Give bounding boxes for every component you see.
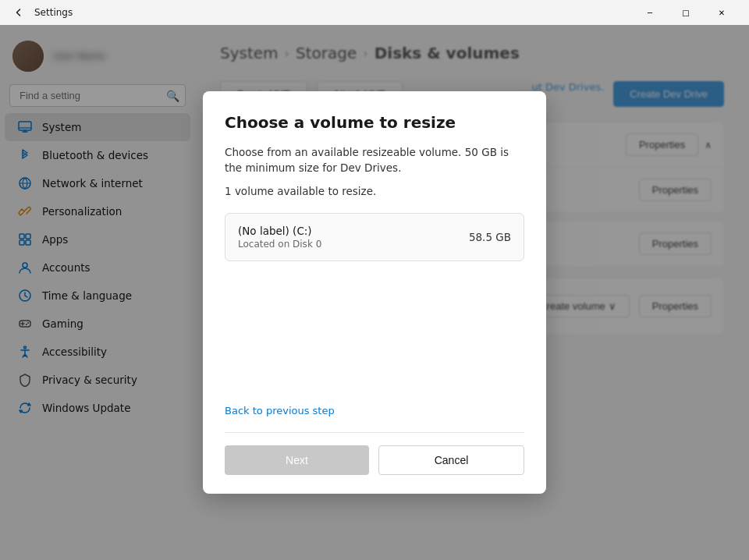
modal-divider	[225, 432, 524, 433]
modal-volume-count: 1 volume available to resize.	[225, 185, 524, 197]
window-controls: ─ □ ✕	[632, 0, 740, 25]
back-button[interactable]	[9, 3, 28, 22]
modal-dialog: Choose a volume to resize Choose from an…	[203, 91, 546, 494]
maximize-button[interactable]: □	[668, 0, 704, 25]
modal-description: Choose from an available resizeable volu…	[225, 144, 524, 176]
close-button[interactable]: ✕	[704, 0, 740, 25]
volume-list-item[interactable]: (No label) (C:) Located on Disk 0 58.5 G…	[225, 213, 524, 261]
volume-item-location: Located on Disk 0	[238, 239, 321, 250]
volume-item-label: (No label) (C:)	[238, 225, 321, 237]
modal-overlay: Choose a volume to resize Choose from an…	[0, 25, 749, 560]
cancel-button[interactable]: Cancel	[378, 445, 524, 475]
modal-spacer	[225, 268, 524, 392]
titlebar: Settings ─ □ ✕	[0, 0, 749, 25]
minimize-button[interactable]: ─	[632, 0, 668, 25]
next-button[interactable]: Next	[225, 445, 369, 475]
volume-item-info: (No label) (C:) Located on Disk 0	[238, 225, 321, 250]
back-to-previous-link[interactable]: Back to previous step	[225, 405, 335, 416]
app-title: Settings	[34, 7, 73, 18]
modal-title: Choose a volume to resize	[225, 113, 524, 132]
modal-buttons: Next Cancel	[225, 445, 524, 475]
volume-item-size: 58.5 GB	[469, 231, 511, 243]
